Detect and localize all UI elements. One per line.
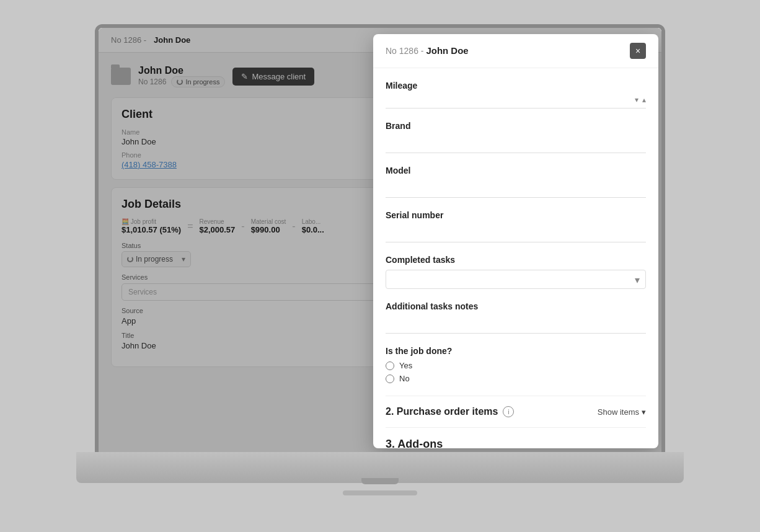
- purchase-order-title: 2. Purchase order items: [386, 406, 498, 417]
- mileage-chevron-up[interactable]: ▴: [642, 95, 646, 104]
- completed-tasks-select-wrapper: [386, 270, 646, 289]
- completed-tasks-field-group: Completed tasks: [386, 255, 646, 289]
- show-items-button[interactable]: Show items ▾: [598, 407, 646, 417]
- radio-no-input[interactable]: [386, 375, 394, 383]
- model-label: Model: [386, 166, 646, 175]
- radio-yes-input[interactable]: [386, 361, 394, 370]
- addons-section: 3. Add-ons 🧾 Add an invoice 📎 Add an att…: [386, 438, 646, 448]
- laptop-screen: No 1286 - John Doe John Doe No 1286: [95, 24, 665, 458]
- modal-dialog: No 1286 - John Doe × Mileage ▾ ▴: [373, 34, 658, 448]
- job-done-field-group: Is the job done? Yes No: [386, 346, 646, 383]
- radio-no[interactable]: No: [386, 374, 646, 383]
- brand-input[interactable]: [386, 136, 646, 153]
- brand-label: Brand: [386, 121, 646, 131]
- brand-field-group: Brand: [386, 121, 646, 153]
- modal-title-prefix: No 1286 -: [386, 46, 426, 56]
- laptop-bottom-bar: [343, 490, 417, 495]
- model-field-group: Model: [386, 166, 646, 198]
- mileage-row: ▾ ▴: [386, 95, 646, 109]
- model-input[interactable]: [386, 180, 646, 198]
- modal-title-name: John Doe: [426, 45, 468, 56]
- job-done-radio-group: Yes No: [386, 361, 646, 383]
- mileage-chevron-down[interactable]: ▾: [635, 95, 638, 104]
- addons-title: 3. Add-ons: [386, 438, 646, 448]
- laptop-notch: [361, 478, 399, 484]
- job-done-question: Is the job done?: [386, 346, 646, 356]
- modal-close-button[interactable]: ×: [630, 43, 646, 59]
- radio-no-label: No: [399, 374, 410, 383]
- radio-yes[interactable]: Yes: [386, 361, 646, 370]
- mileage-label: Mileage: [386, 81, 646, 91]
- chevron-down-icon: ▾: [642, 407, 646, 417]
- additional-tasks-label: Additional tasks notes: [386, 301, 646, 311]
- additional-tasks-input[interactable]: [386, 316, 646, 334]
- screen-content: No 1286 - John Doe John Doe No 1286: [99, 28, 661, 454]
- modal-title: No 1286 - John Doe: [386, 45, 469, 56]
- modal-header: No 1286 - John Doe ×: [373, 34, 658, 68]
- laptop-shell: No 1286 - John Doe John Doe No 1286: [76, 24, 684, 508]
- completed-tasks-select[interactable]: [386, 270, 646, 289]
- purchase-order-info-icon[interactable]: i: [503, 406, 514, 417]
- show-items-label: Show items: [598, 407, 639, 417]
- additional-tasks-field-group: Additional tasks notes: [386, 301, 646, 334]
- purchase-order-heading-left: 2. Purchase order items i: [386, 406, 514, 417]
- purchase-order-heading: 2. Purchase order items i Show items ▾: [386, 406, 646, 417]
- radio-yes-label: Yes: [399, 361, 412, 370]
- serial-number-input[interactable]: [386, 225, 646, 242]
- close-icon: ×: [635, 46, 640, 56]
- modal-body: Mileage ▾ ▴ Brand Model: [373, 68, 658, 448]
- mileage-field-group: Mileage ▾ ▴: [386, 81, 646, 109]
- serial-number-field-group: Serial number: [386, 210, 646, 242]
- divider-1: [386, 396, 646, 396]
- divider-2: [386, 427, 646, 428]
- completed-tasks-label: Completed tasks: [386, 255, 646, 265]
- serial-number-label: Serial number: [386, 210, 646, 220]
